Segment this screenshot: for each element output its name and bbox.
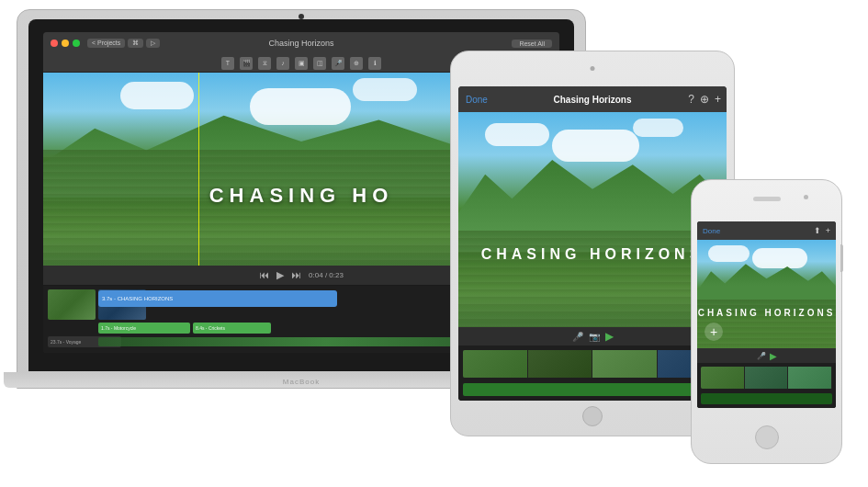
iphone-add-icon[interactable]: + — [826, 226, 830, 235]
iphone-timeline: 🎤 ▶ — [697, 348, 836, 408]
ipad-titlebar: Done Chasing Horizons ? ⊕ + — [458, 86, 727, 112]
ipad-camera-icon[interactable]: 📷 — [589, 332, 600, 342]
transitions-icon[interactable]: ⧖ — [258, 57, 271, 70]
ipad-timeline-tracks — [458, 345, 727, 401]
iphone-share-icon[interactable]: ⬆ — [814, 226, 821, 235]
mac-window-title: Chasing Horizons — [268, 39, 333, 48]
cloud-2 — [250, 88, 351, 125]
title-track[interactable]: 3.7s - CHASING HORIZONS — [98, 290, 337, 307]
ipad-video-background — [458, 112, 727, 327]
ipad-help-button[interactable]: ? — [688, 93, 694, 106]
ipad-window-title: Chasing Horizons — [553, 95, 631, 105]
track-thumb-1 — [48, 289, 96, 320]
ipad-timeline-controls: 🎤 📷 ▶ ↩ — [458, 327, 727, 345]
ipad-cloud-3 — [633, 119, 683, 137]
ipad-home-button[interactable] — [582, 406, 603, 426]
ipad-cloud-2 — [552, 130, 639, 162]
imovie-iphone-app: Done ⬆ + CHASING HORIZONS — [697, 221, 836, 408]
iphone-timeline-controls: 🎤 ▶ — [697, 348, 836, 363]
ipad-thumb-2 — [528, 350, 593, 378]
window-controls — [51, 40, 80, 47]
skip-forward-btn[interactable]: ⏭ — [291, 269, 301, 280]
iphone-cloud-1 — [708, 245, 750, 262]
ipad-screen: Done Chasing Horizons ? ⊕ + — [458, 86, 727, 401]
ipad-cloud-1 — [485, 123, 549, 146]
audio-track-2-label: 8.4s - Crickets — [196, 325, 225, 331]
voiceover-icon[interactable]: 🎤 — [332, 57, 344, 70]
iphone-video-track[interactable] — [701, 367, 832, 389]
ipad-video-viewer[interactable]: CHASING HORIZONS — [458, 112, 727, 327]
bg-icon[interactable]: ◫ — [313, 57, 326, 70]
iphone-camera — [804, 195, 808, 199]
ipad-done-button[interactable]: Done — [466, 95, 488, 105]
iphone-side-button[interactable] — [840, 244, 843, 272]
projects-button[interactable]: < Projects — [87, 39, 125, 48]
voyage-track-label: 23.7s - Voyage — [51, 339, 81, 345]
text-tool-icon[interactable]: T — [221, 57, 234, 70]
iphone-mic-icon[interactable]: 🎤 — [757, 352, 766, 360]
iphone-thumb-3 — [788, 367, 832, 389]
ipad-terraces — [458, 231, 727, 327]
title-track-label: 3.7s - CHASING HORIZONS — [102, 296, 173, 301]
audio-track-2[interactable]: 8.4s - Crickets — [193, 323, 271, 334]
iphone-right-icons: ⬆ + — [814, 226, 830, 235]
iphone-speaker — [753, 197, 781, 201]
playhead-indicator — [198, 73, 200, 266]
effects-icon[interactable]: 🎬 — [240, 57, 253, 70]
maps-icon[interactable]: ▣ — [295, 57, 308, 70]
ipad-share-button[interactable]: + — [715, 93, 721, 106]
ipad-mic-icon[interactable]: 🎤 — [572, 332, 583, 342]
titlebar-left-buttons: < Projects ⌘ ▷ — [87, 39, 160, 48]
forward-button[interactable]: ▷ — [146, 39, 160, 48]
imovie-ipad-app: Done Chasing Horizons ? ⊕ + — [458, 86, 727, 401]
audio-icon[interactable]: ♪ — [276, 57, 289, 70]
ipad-right-buttons: ? ⊕ + — [688, 93, 721, 106]
ipad-thumb-3 — [592, 350, 658, 378]
ipad-add-button[interactable]: ⊕ — [700, 93, 709, 106]
iphone: Done ⬆ + CHASING HORIZONS — [691, 179, 842, 464]
ipad-audio-track[interactable] — [463, 383, 722, 396]
iphone-video-title: CHASING HORIZONS — [697, 308, 836, 318]
iphone-titlebar: Done ⬆ + — [697, 221, 836, 240]
iphone-body: Done ⬆ + CHASING HORIZONS — [691, 179, 842, 464]
stabilize-icon[interactable]: ⊕ — [350, 57, 363, 70]
iphone-thumb-2 — [745, 367, 789, 389]
ipad-video-title: CHASING HORIZONS — [458, 246, 727, 263]
skip-back-btn[interactable]: ⏮ — [259, 269, 269, 280]
cloud-1 — [120, 82, 194, 109]
iphone-play-button[interactable]: ▶ — [770, 351, 777, 361]
audio-track-1-label: 1.7s - Motorcycle — [101, 325, 136, 331]
iphone-thumb-1 — [701, 367, 745, 389]
close-icon[interactable] — [51, 40, 58, 47]
iphone-cloud-2 — [752, 248, 807, 268]
ipad-timeline: 🎤 📷 ▶ ↩ — [458, 327, 727, 401]
maximize-icon[interactable] — [73, 40, 80, 47]
ipad-play-button[interactable]: ▶ — [605, 330, 614, 343]
iphone-home-button[interactable] — [755, 425, 779, 449]
iphone-done-button[interactable]: Done — [703, 227, 720, 235]
iphone-audio-track[interactable] — [701, 393, 832, 404]
ipad-camera — [591, 66, 595, 71]
iphone-screen: Done ⬆ + CHASING HORIZONS — [697, 221, 836, 408]
minimize-icon[interactable] — [62, 40, 69, 47]
ipad-video-track[interactable] — [463, 350, 722, 378]
audio-track-1[interactable]: 1.7s - Motorcycle — [98, 323, 190, 334]
play-btn[interactable]: ▶ — [276, 269, 284, 281]
ipad-thumb-1 — [463, 350, 528, 378]
cloud-3 — [353, 78, 417, 101]
undo-button[interactable]: ⌘ — [128, 39, 143, 48]
iphone-video-viewer[interactable]: CHASING HORIZONS + — [697, 240, 836, 348]
iphone-timeline-tracks — [697, 363, 836, 408]
info-icon[interactable]: ℹ — [368, 57, 381, 70]
reset-all-button[interactable]: Reset All — [512, 40, 552, 48]
scene: < Projects ⌘ ▷ Chasing Horizons Reset Al… — [0, 0, 868, 487]
iphone-add-media-button[interactable]: + — [705, 323, 723, 341]
time-display: 0:04 / 0:23 — [309, 271, 344, 279]
